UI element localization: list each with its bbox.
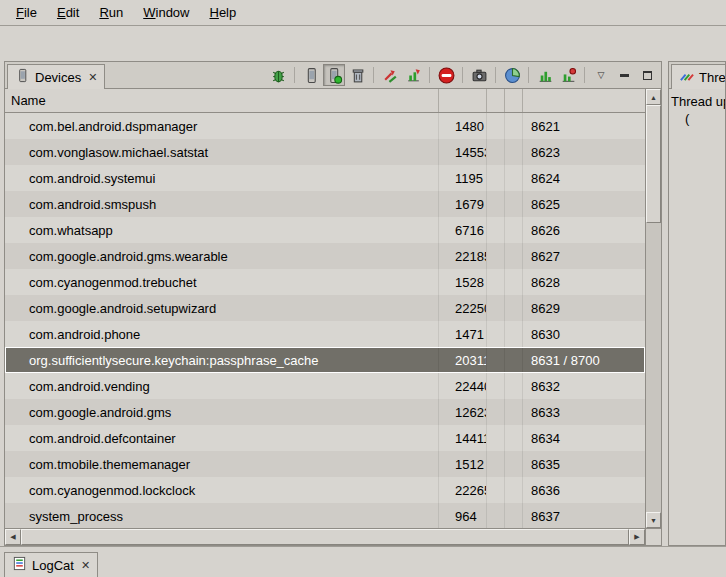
process-pid: 964 — [439, 503, 487, 528]
threads-tabbar: Threads — [669, 62, 725, 89]
method-profiling-icon[interactable] — [402, 64, 424, 86]
threads-message-line2: ( — [685, 110, 725, 127]
column-header-pid[interactable] — [439, 89, 487, 112]
view-menu-icon[interactable]: ▽ — [590, 64, 612, 86]
vertical-scroll-thumb[interactable] — [646, 105, 661, 223]
table-row[interactable]: com.tmobile.thememanager 1512 8635 — [5, 451, 645, 477]
process-name: com.android.vending — [5, 373, 439, 399]
table-row[interactable]: com.android.defcontainer 14411 8634 — [5, 425, 645, 451]
column-header-port[interactable] — [523, 89, 645, 112]
process-pid: 6716 — [439, 217, 487, 243]
process-name: com.google.android.gms — [5, 399, 439, 425]
process-spacer1 — [487, 347, 505, 373]
process-name: com.android.defcontainer — [5, 425, 439, 451]
process-port: 8632 — [523, 373, 645, 399]
menu-run[interactable]: Run — [89, 2, 133, 23]
process-spacer1 — [487, 503, 505, 528]
vertical-scrollbar[interactable]: ▲ ▼ — [645, 89, 661, 545]
toolbar-separator — [294, 67, 295, 83]
process-spacer2 — [505, 165, 523, 191]
close-icon[interactable]: ✕ — [81, 559, 90, 572]
table-row[interactable]: com.google.android.gms 12623 8633 — [5, 399, 645, 425]
process-spacer2 — [505, 321, 523, 347]
scroll-up-icon[interactable]: ▲ — [646, 89, 661, 105]
process-spacer1 — [487, 399, 505, 425]
show-heap-updates-icon[interactable] — [323, 64, 345, 86]
process-spacer1 — [487, 321, 505, 347]
table-row[interactable]: system_process 964 8637 — [5, 503, 645, 528]
threads-view: Threads Thread up ( — [668, 61, 726, 546]
process-name: com.bel.android.dspmanager — [5, 113, 439, 139]
table-row[interactable]: com.whatsapp 6716 8626 — [5, 217, 645, 243]
tab-logcat-label: LogCat — [32, 558, 74, 573]
process-port: 8630 — [523, 321, 645, 347]
table-row[interactable]: com.google.android.gms.wearable 22185 86… — [5, 243, 645, 269]
horizontal-scrollbar[interactable]: ◀ ▶ — [5, 528, 645, 545]
process-port: 8635 — [523, 451, 645, 477]
sysinfo-icon[interactable] — [501, 64, 523, 86]
process-name: com.whatsapp — [5, 217, 439, 243]
logcat-bar: LogCat ✕ — [0, 546, 726, 577]
process-spacer1 — [487, 243, 505, 269]
scroll-left-icon[interactable]: ◀ — [5, 529, 21, 545]
column-header-spacer1[interactable] — [487, 89, 505, 112]
maximize-icon[interactable] — [636, 64, 658, 86]
column-header-spacer2[interactable] — [505, 89, 523, 112]
process-spacer2 — [505, 347, 523, 373]
debug-process-icon[interactable] — [267, 64, 289, 86]
process-port: 8627 — [523, 243, 645, 269]
scroll-right-icon[interactable]: ▶ — [629, 529, 645, 545]
process-name: com.android.systemui — [5, 165, 439, 191]
process-spacer1 — [487, 113, 505, 139]
process-spacer1 — [487, 139, 505, 165]
devices-tabbar: Devices ✕ — [5, 62, 661, 89]
process-spacer1 — [487, 295, 505, 321]
table-row[interactable]: com.cyanogenmod.lockclock 22265 8636 — [5, 477, 645, 503]
device-icon — [15, 68, 30, 86]
table-row[interactable]: com.cyanogenmod.trebuchet 1528 8628 — [5, 269, 645, 295]
column-header-name[interactable]: Name — [5, 89, 439, 112]
menu-window[interactable]: Window — [133, 2, 199, 23]
menu-file[interactable]: File — [6, 2, 47, 23]
process-pid: 1528 — [439, 269, 487, 295]
process-spacer2 — [505, 139, 523, 165]
process-port: 8625 — [523, 191, 645, 217]
process-name: com.android.phone — [5, 321, 439, 347]
menu-edit[interactable]: Edit — [47, 2, 89, 23]
table-row[interactable]: com.android.systemui 1195 8624 — [5, 165, 645, 191]
tab-threads[interactable]: Threads — [671, 64, 726, 89]
device-table-body: com.bel.android.dspmanager 1480 8621 com… — [5, 113, 645, 528]
table-row[interactable]: com.google.android.setupwizard 22250 862… — [5, 295, 645, 321]
table-row[interactable]: com.bel.android.dspmanager 1480 8621 — [5, 113, 645, 139]
update-threads-icon[interactable] — [379, 64, 401, 86]
tab-devices[interactable]: Devices ✕ — [7, 64, 105, 89]
scrollbar-corner — [646, 528, 661, 545]
process-spacer2 — [505, 191, 523, 217]
table-row[interactable]: org.sufficientlysecure.keychain:passphra… — [5, 347, 645, 373]
gc-icon[interactable] — [346, 64, 368, 86]
table-row[interactable]: com.android.phone 1471 8630 — [5, 321, 645, 347]
table-row[interactable]: com.vonglasow.michael.satstat 14553 8623 — [5, 139, 645, 165]
start-profiling-icon[interactable] — [534, 64, 556, 86]
screenshot-icon[interactable] — [468, 64, 490, 86]
horizontal-scroll-thumb[interactable] — [21, 529, 629, 545]
update-heap-icon[interactable] — [300, 64, 322, 86]
main-area: Devices ✕ — [0, 61, 726, 546]
process-spacer2 — [505, 113, 523, 139]
close-icon[interactable]: ✕ — [88, 71, 97, 84]
menu-help[interactable]: Help — [199, 2, 246, 23]
table-row[interactable]: com.android.vending 22440 8632 — [5, 373, 645, 399]
network-stats-icon[interactable] — [557, 64, 579, 86]
stop-process-icon[interactable] — [435, 64, 457, 86]
process-name: system_process — [5, 503, 439, 528]
process-spacer2 — [505, 503, 523, 528]
process-port: 8626 — [523, 217, 645, 243]
toolbar-separator — [429, 67, 430, 83]
logcat-icon — [12, 556, 27, 574]
minimize-icon[interactable] — [613, 64, 635, 86]
process-port: 8624 — [523, 165, 645, 191]
scroll-down-icon[interactable]: ▼ — [646, 512, 661, 528]
toolbar-separator — [528, 67, 529, 83]
table-row[interactable]: com.android.smspush 1679 8625 — [5, 191, 645, 217]
tab-logcat[interactable]: LogCat ✕ — [4, 552, 98, 577]
